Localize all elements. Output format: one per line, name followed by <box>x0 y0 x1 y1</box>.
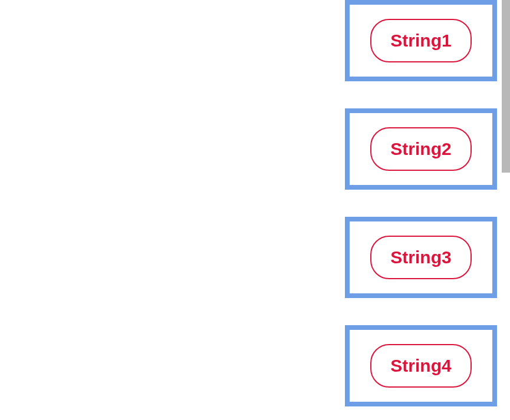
card-string-3: String3 <box>345 217 497 298</box>
card-string-1: String1 <box>345 0 497 81</box>
pill-label: String3 <box>390 247 451 267</box>
pill-label: String4 <box>390 356 451 376</box>
pill-string-3[interactable]: String3 <box>370 236 471 279</box>
pill-string-4[interactable]: String4 <box>370 344 471 388</box>
vertical-scrollbar-thumb[interactable] <box>502 0 510 173</box>
card-string-4: String4 <box>345 325 497 406</box>
card-string-2: String2 <box>345 108 497 190</box>
pill-string-1[interactable]: String1 <box>370 19 471 62</box>
pill-label: String2 <box>390 139 451 159</box>
pill-label: String1 <box>390 31 451 51</box>
pill-string-2[interactable]: String2 <box>370 127 471 171</box>
